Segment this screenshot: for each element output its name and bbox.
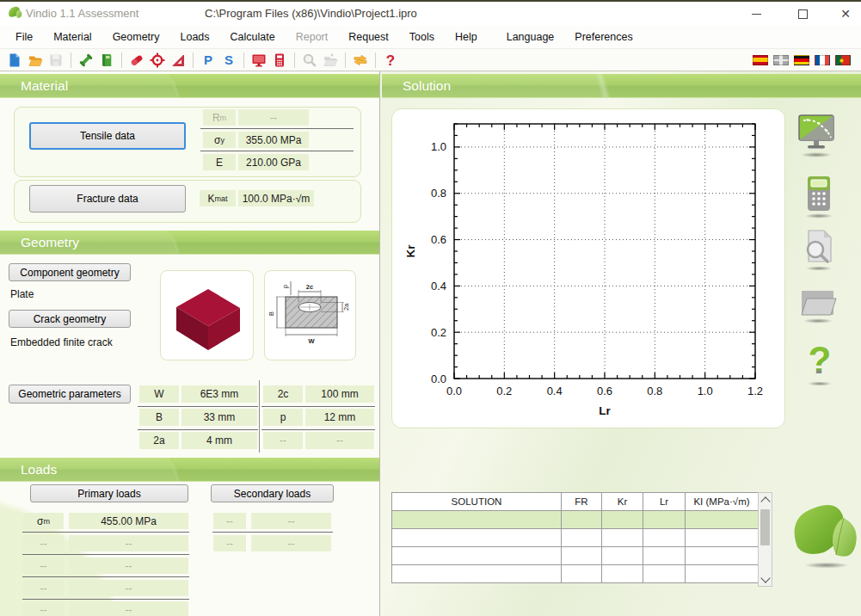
- secondary-loads-button[interactable]: Secondary loads: [211, 484, 334, 502]
- component-geometry-icon[interactable]: [127, 52, 146, 69]
- table-row[interactable]: [392, 565, 759, 583]
- table-row[interactable]: [392, 511, 759, 529]
- cell[interactable]: [562, 565, 602, 583]
- fracture-data-button[interactable]: Fracture data: [29, 185, 186, 213]
- cell[interactable]: [643, 565, 686, 583]
- help-icon[interactable]: ?: [381, 52, 400, 69]
- cell[interactable]: [602, 565, 643, 583]
- table-row[interactable]: [392, 547, 759, 565]
- cell[interactable]: [562, 529, 602, 547]
- cell[interactable]: [562, 547, 602, 565]
- tensile-data-button[interactable]: Tensile data: [29, 122, 186, 150]
- menu-material[interactable]: Material: [43, 26, 101, 49]
- material-library-icon[interactable]: [97, 52, 116, 69]
- param-b-label: B: [139, 409, 179, 426]
- cell[interactable]: [602, 511, 643, 529]
- maximize-button[interactable]: [788, 2, 817, 26]
- maximize-icon: [798, 9, 808, 19]
- secondary-loads-icon[interactable]: S: [219, 52, 238, 69]
- toolbar-separator: [294, 52, 295, 68]
- tensile-data-icon[interactable]: [77, 52, 95, 69]
- cell[interactable]: [686, 529, 759, 547]
- flag-spanish-icon[interactable]: [753, 55, 768, 65]
- menu-file[interactable]: File: [5, 26, 43, 49]
- cell[interactable]: [562, 511, 602, 529]
- cell[interactable]: [392, 511, 562, 529]
- cell[interactable]: [686, 565, 759, 583]
- panel-divider: [379, 71, 380, 616]
- vindio-app-window: Vindio 1.1 Assessment C:\Program Files (…: [0, 0, 861, 616]
- param-p-label: p: [263, 409, 303, 426]
- svg-text:p: p: [281, 285, 289, 288]
- geometric-parameters-button[interactable]: Geometric parameters: [9, 385, 131, 403]
- cell[interactable]: [643, 511, 686, 529]
- cell[interactable]: [392, 565, 562, 583]
- solution-table: SOLUTION FR Kr Lr KI (MPa·√m): [391, 492, 759, 583]
- scrollbar-thumb[interactable]: [760, 509, 770, 545]
- geometry-header: Geometry: [0, 231, 379, 255]
- menu-language[interactable]: Language: [496, 26, 565, 49]
- fad-chart-icon[interactable]: [796, 112, 839, 160]
- crack-geometry-icon[interactable]: [148, 52, 167, 69]
- menu-tools[interactable]: Tools: [399, 26, 445, 49]
- calculate-icon[interactable]: [270, 52, 289, 69]
- calculator-icon[interactable]: [800, 174, 838, 220]
- cell[interactable]: [392, 529, 562, 547]
- row-divider: [22, 532, 189, 533]
- open-results-icon: [796, 280, 839, 325]
- primary-load-4-value: --: [69, 580, 188, 596]
- swap-units-icon[interactable]: [351, 52, 370, 69]
- cell[interactable]: [643, 547, 686, 565]
- app-title: Vindio 1.1 Assessment: [26, 2, 138, 26]
- primary-load-4-label: --: [23, 580, 64, 596]
- col-ki: KI (MPa·√m): [686, 493, 759, 511]
- solution-header: Solution: [382, 74, 861, 98]
- flag-german-icon[interactable]: [794, 55, 809, 65]
- menu-loads[interactable]: Loads: [170, 26, 220, 49]
- primary-load-5-label: --: [23, 601, 64, 616]
- secondary-load-2-value: --: [251, 535, 331, 551]
- minimize-button[interactable]: [741, 2, 771, 26]
- param-p-value: 12 mm: [305, 409, 374, 426]
- e-modulus-value: 210.00 GPa: [238, 154, 309, 170]
- row-divider: [22, 599, 189, 600]
- cell[interactable]: [686, 511, 759, 529]
- table-row[interactable]: [392, 529, 759, 547]
- flag-french-icon[interactable]: [815, 55, 830, 65]
- row-divider: [200, 128, 354, 129]
- cell[interactable]: [602, 529, 643, 547]
- table-scrollbar[interactable]: [758, 492, 772, 587]
- open-project-icon[interactable]: [26, 52, 45, 69]
- sidebar-help-icon[interactable]: ?: [805, 339, 834, 389]
- scroll-up-button[interactable]: [759, 493, 772, 507]
- cell[interactable]: [686, 547, 759, 565]
- menu-geometry[interactable]: Geometry: [102, 26, 170, 49]
- toolbar-separator: [345, 52, 346, 68]
- new-project-icon[interactable]: [5, 52, 24, 69]
- cell[interactable]: [643, 529, 686, 547]
- crack-geometry-button[interactable]: Crack geometry: [9, 310, 131, 328]
- primary-loads-icon[interactable]: P: [199, 52, 218, 69]
- toolbar-separator: [193, 52, 194, 68]
- request-icon: [321, 52, 340, 69]
- menu-help[interactable]: Help: [445, 26, 488, 49]
- menu-calculate[interactable]: Calculate: [220, 26, 286, 49]
- cell[interactable]: [392, 547, 562, 565]
- svg-text:1.2: 1.2: [747, 385, 763, 397]
- svg-text:0.2: 0.2: [431, 326, 446, 339]
- flag-portuguese-icon[interactable]: [835, 55, 851, 65]
- component-geometry-button[interactable]: Component geometry: [9, 263, 131, 281]
- kmat-value: 100.0 MPa·√m: [238, 190, 314, 206]
- kmat-label: Kmat: [200, 190, 236, 206]
- primary-loads-button[interactable]: Primary loads: [30, 484, 188, 502]
- fad-diagram-icon[interactable]: [249, 52, 268, 69]
- row-divider: [212, 532, 333, 533]
- scroll-down-button[interactable]: [759, 572, 772, 586]
- menu-request[interactable]: Request: [338, 26, 399, 49]
- close-button[interactable]: ✕: [831, 2, 860, 26]
- geometric-parameters-icon[interactable]: [169, 52, 188, 69]
- menu-preferences[interactable]: Preferences: [564, 26, 643, 49]
- crack-diagram-card: p 2c B 2a W: [264, 270, 356, 360]
- material-header: Material: [0, 74, 379, 98]
- cell[interactable]: [602, 547, 643, 565]
